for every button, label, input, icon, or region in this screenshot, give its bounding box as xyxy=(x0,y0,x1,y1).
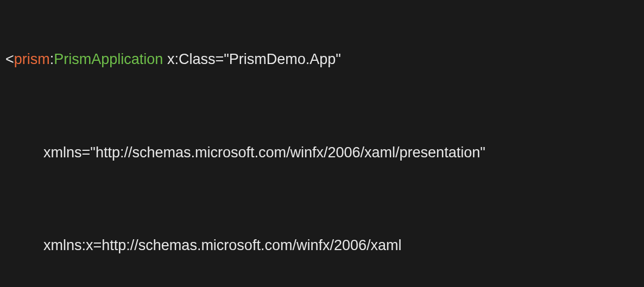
code-line-xmlns-x: xmlns:x=http://schemas.microsoft.com/win… xyxy=(5,235,639,255)
code-line-open-tag: <prism:PrismApplication x:Class="PrismDe… xyxy=(5,49,639,69)
attr-value: http://schemas.microsoft.com/winfx/2006/… xyxy=(102,237,401,253)
code-line-xmlns: xmlns="http://schemas.microsoft.com/winf… xyxy=(5,143,639,162)
angle-bracket: < xyxy=(5,51,14,67)
attr-name: xmlns xyxy=(43,144,82,161)
attr-value: http://schemas.microsoft.com/winfx/2006/… xyxy=(96,144,480,161)
attr-name: xmlns:x xyxy=(43,237,93,253)
xaml-code-block: <prism:PrismApplication x:Class="PrismDe… xyxy=(5,10,639,287)
equals: = xyxy=(93,237,102,253)
element-name: PrismApplication xyxy=(54,51,163,67)
namespace-prefix: prism xyxy=(14,51,50,67)
attr-name: x:Class xyxy=(163,51,215,67)
attr-value: PrismDemo.App xyxy=(229,51,336,67)
quote-close: " xyxy=(480,144,485,161)
quote-close: " xyxy=(336,51,341,67)
equals-quote: =" xyxy=(215,51,229,67)
equals-quote: =" xyxy=(82,144,96,161)
